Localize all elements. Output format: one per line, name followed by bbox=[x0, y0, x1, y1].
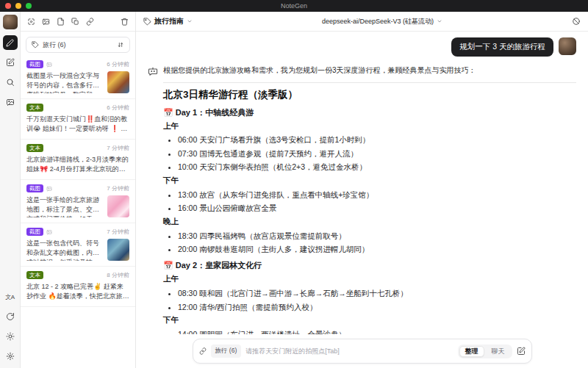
section-item-list: 14:00 圆明园（东门进→西洋楼遗址→全景沙盘）17:00 雍和宫（关门前1小… bbox=[163, 329, 576, 334]
mode-organize-button[interactable]: 整理 bbox=[459, 346, 484, 357]
notes-list-panel: 旅行 (6) 截图 6 分钟前 截图显示一段混合文字与符号的内容，包含多行无序排… bbox=[21, 12, 136, 368]
trash-icon[interactable] bbox=[121, 18, 129, 26]
itinerary-item: 16:00 景山公园俯瞰故宫全景 bbox=[178, 203, 576, 213]
note-type-badge: 文本 bbox=[26, 271, 43, 279]
note-card[interactable]: 文本 7 分钟前 北京旅游详细路线，2-3月淡季来的姐妹🎀 2-4月份打算来北京… bbox=[21, 140, 135, 180]
tag-filter-select[interactable]: 旅行 (6) bbox=[26, 37, 130, 53]
day-heading: 📅 Day 2：皇家园林文化行 bbox=[163, 260, 576, 271]
record-toolbar bbox=[21, 12, 135, 32]
note-timestamp: 6 分钟前 bbox=[107, 60, 129, 68]
note-excerpt: 北京 12 - 2 攻略已完善✌️ 赶紧来抄作业 🔥趁着淡季，快把北京旅游攻略重… bbox=[26, 282, 129, 301]
itinerary-item: 12:00 清华/西门拍照（需提前预约入校） bbox=[178, 302, 576, 312]
app-title: NoteGen bbox=[0, 2, 588, 10]
note-timestamp: 7 分钟前 bbox=[107, 144, 129, 152]
note-timestamp: 6 分钟前 bbox=[107, 104, 129, 112]
tag-filter-label: 旅行 (6) bbox=[43, 40, 113, 50]
itinerary-body: 📅 Day 1：中轴线经典游上午06:00 天安门广场看升旗（选3号安检口，提前… bbox=[163, 107, 576, 334]
assistant-message-row: 根据您提供的北京旅游攻略和需求，我为您规划一份3天深度游行程，兼顾经典景点与实用… bbox=[148, 65, 576, 334]
insert-image-icon[interactable] bbox=[42, 18, 50, 26]
tag-icon bbox=[32, 41, 39, 48]
note-tag-icon bbox=[143, 18, 151, 26]
note-excerpt: 千万别逛天安门城门‼️血和泪的教训😭 姐妹们！一定要听劝呀 ❗ 除非是预约了参观… bbox=[26, 115, 129, 134]
translate-button[interactable]: 文A bbox=[3, 289, 18, 304]
theme-toggle-button[interactable] bbox=[3, 329, 18, 344]
note-excerpt: 北京旅游详细路线，2-3月淡季来的姐妹🎀 2-4月份打算来北京玩的宝子 不用再翻… bbox=[26, 155, 129, 174]
clear-history-icon[interactable] bbox=[572, 17, 581, 26]
note-card-list: 截图 6 分钟前 截图显示一段混合文字与符号的内容，包含多行无序排列的字母、数字… bbox=[21, 56, 135, 368]
note-excerpt: 截图显示一段混合文字与符号的内容，包含多行无序排列的字母、数字和符... bbox=[26, 71, 104, 93]
section-label: 下午 bbox=[163, 315, 576, 325]
itinerary-item: 08:30 颐和园（北宫门进→画中游→长廊→石舫→坐船到十七孔桥） bbox=[178, 288, 576, 298]
note-type-badge: 文本 bbox=[26, 104, 43, 112]
section-item-list: 06:00 天安门广场看升旗（选3号安检口，提前1小时到）07:30 国博无包通… bbox=[163, 134, 576, 173]
note-title-select[interactable]: 旅行指南 bbox=[143, 16, 193, 26]
note-thumbnail bbox=[107, 239, 129, 261]
sync-icon bbox=[6, 312, 15, 321]
send-compose-icon[interactable] bbox=[517, 347, 526, 356]
note-type-badge: 截图 bbox=[26, 228, 43, 236]
note-timestamp: 7 分钟前 bbox=[107, 184, 129, 192]
nav-record-view[interactable] bbox=[3, 35, 18, 50]
main-header: 旅行指南 deepseek-ai/DeepSeek-V3 (硅基流动) bbox=[136, 12, 588, 32]
settings-button[interactable] bbox=[3, 349, 18, 364]
attachment-image-icon bbox=[46, 62, 52, 68]
model-label: deepseek-ai/DeepSeek-V3 (硅基流动) bbox=[322, 17, 434, 26]
note-thumbnail bbox=[107, 71, 129, 93]
copy-icon[interactable] bbox=[71, 18, 79, 26]
compose-icon bbox=[6, 58, 15, 67]
link-icon bbox=[199, 347, 207, 355]
user-message-bubble: 规划一下 3 天的旅游行程 bbox=[451, 37, 553, 57]
assistant-intro: 根据您提供的北京旅游攻略和需求，我为您规划一份3天深度游行程，兼顾经典景点与实用… bbox=[163, 65, 576, 76]
titlebar: NoteGen bbox=[0, 0, 588, 12]
sun-icon bbox=[6, 332, 15, 341]
link-icon[interactable] bbox=[86, 18, 94, 26]
chat-input[interactable] bbox=[245, 347, 453, 355]
note-card[interactable]: 截图 6 分钟前 截图显示一段混合文字与符号的内容，包含多行无序排列的字母、数字… bbox=[21, 56, 135, 99]
itinerary-item: 18:30 四季民福烤鸭（故宫店观景位需提前取号） bbox=[178, 231, 576, 241]
attachment-image-icon bbox=[46, 229, 52, 235]
bot-icon bbox=[148, 66, 158, 76]
nav-write-view[interactable] bbox=[3, 55, 18, 70]
note-card[interactable]: 截图 7 分钟前 这是一张手绘的北京旅游地图，标注了景点、交通方式和门票价格，如… bbox=[21, 180, 135, 223]
gallery-icon bbox=[6, 98, 15, 107]
itinerary-item: 20:00 南锣鼓巷逛胡同（主街人多，建议拐进帽儿胡同） bbox=[178, 244, 576, 254]
divider bbox=[163, 82, 576, 83]
note-card[interactable]: 文本 8 分钟前 北京 12 - 2 攻略已完善✌️ 赶紧来抄作业 🔥趁着淡季，… bbox=[21, 267, 135, 307]
note-type-badge: 文本 bbox=[26, 144, 43, 152]
mode-chat-button[interactable]: 聊天 bbox=[486, 346, 511, 357]
pen-icon bbox=[6, 39, 14, 47]
note-timestamp: 8 分钟前 bbox=[107, 271, 129, 279]
user-message-row: 规划一下 3 天的旅游行程 bbox=[148, 37, 576, 57]
sort-icon[interactable] bbox=[117, 41, 124, 48]
chevron-down-icon bbox=[187, 18, 193, 24]
itinerary-item: 14:00 圆明园（东门进→西洋楼遗址→全景沙盘） bbox=[178, 329, 576, 334]
itinerary-item: 07:30 国博无包通道参观（提前7天预约，避开人流） bbox=[178, 148, 576, 159]
section-item-list: 13:00 故宫（从东华门进免排队，重点看中轴线+珍宝馆）16:00 景山公园俯… bbox=[163, 190, 576, 214]
user-message-avatar bbox=[559, 37, 576, 55]
section-item-list: 18:30 四季民福烤鸭（故宫店观景位需提前取号）20:00 南锣鼓巷逛胡同（主… bbox=[163, 231, 576, 255]
input-area: 旅行 (6) 整理 聊天 bbox=[136, 334, 588, 368]
gear-icon bbox=[6, 352, 15, 361]
note-card[interactable]: 文本 6 分钟前 千万别逛天安门城门‼️血和泪的教训😭 姐妹们！一定要听劝呀 ❗… bbox=[21, 99, 135, 140]
assistant-message-content: 根据您提供的北京旅游攻略和需求，我为您规划一份3天深度游行程，兼顾经典景点与实用… bbox=[163, 65, 576, 334]
chat-input-box[interactable]: 旅行 (6) 整理 聊天 bbox=[193, 339, 532, 364]
note-excerpt: 这是一张手绘的北京旅游地图，标注了景点、交通方式和门票价格，如天安... bbox=[26, 195, 104, 217]
day-heading: 📅 Day 1：中轴线经典游 bbox=[163, 107, 576, 118]
screenshot-capture-icon[interactable] bbox=[27, 18, 35, 26]
nav-search[interactable] bbox=[3, 75, 18, 90]
context-tag-chip[interactable]: 旅行 (6) bbox=[211, 344, 242, 358]
note-thumbnail bbox=[107, 195, 129, 217]
insert-file-icon[interactable] bbox=[57, 18, 65, 26]
note-timestamp: 7 分钟前 bbox=[107, 228, 129, 236]
chat-scroll-area[interactable]: 规划一下 3 天的旅游行程 根据您提供的北京旅游攻略和需求，我为您规划一份3天深… bbox=[136, 32, 588, 334]
section-label: 下午 bbox=[163, 176, 576, 186]
section-item-list: 08:30 颐和园（北宫门进→画中游→长廊→石舫→坐船到十七孔桥）12:00 清… bbox=[163, 288, 576, 312]
itinerary-item: 10:00 天安门东侧华表拍照（机位2+3，避免过金水桥） bbox=[178, 162, 576, 172]
user-avatar[interactable] bbox=[3, 15, 18, 29]
note-card[interactable]: 截图 7 分钟前 这是一张包含代码、符号和杂乱文本的截图，内容难以辨识，似乎涉及… bbox=[21, 223, 135, 267]
model-select[interactable]: deepseek-ai/DeepSeek-V3 (硅基流动) bbox=[193, 17, 572, 26]
sync-button[interactable] bbox=[3, 309, 18, 324]
sidebar-rail: 文A bbox=[0, 12, 21, 368]
nav-gallery[interactable] bbox=[3, 95, 18, 109]
section-label: 上午 bbox=[163, 274, 576, 284]
